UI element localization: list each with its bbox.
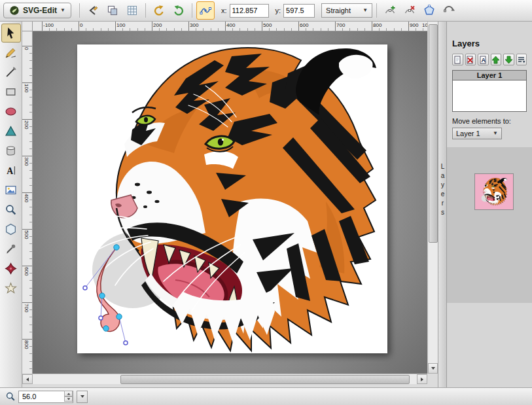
horizontal-scrollbar[interactable] — [22, 374, 427, 384]
tool-image[interactable] — [1, 181, 21, 200]
scroll-right-button[interactable] — [417, 374, 427, 384]
shape-library-icon — [5, 262, 17, 275]
ruler-number: 400 — [226, 22, 235, 28]
tool-cylinder[interactable] — [1, 141, 21, 160]
left-ruler: 0 100 200 300 400 500 600 700 800 — [22, 31, 33, 374]
connector-button[interactable] — [84, 1, 102, 20]
tool-ellipse[interactable] — [1, 102, 21, 121]
ruler-number: 800 — [24, 340, 29, 349]
image-icon — [5, 184, 17, 196]
move-layer-down-button[interactable] — [503, 54, 514, 65]
select-caret-icon: ▼ — [493, 131, 498, 136]
tool-pencil[interactable] — [1, 43, 21, 62]
selection-thumbnail[interactable] — [474, 173, 514, 210]
y-coordinate-input[interactable] — [283, 4, 315, 18]
move-layer-select[interactable]: Layer 1 ▼ — [452, 128, 502, 139]
reorient-path-icon — [443, 5, 455, 16]
x-coordinate-input[interactable] — [230, 4, 269, 18]
delete-layer-icon — [466, 56, 474, 64]
rectangle-icon — [5, 86, 17, 98]
svg-edit-logo-label: SVG-Edit — [23, 6, 57, 15]
svg-text:A: A — [481, 57, 486, 63]
top-ruler: -100 0 100 200 300 400 500 600 700 800 9… — [33, 22, 427, 31]
ruler-number: 300 — [190, 22, 198, 28]
redo-button[interactable] — [169, 1, 188, 20]
ruler-number: 700 — [336, 22, 345, 28]
top-toolbar: SVG-Edit ▼ x: y: Straight ▼ — [0, 0, 532, 22]
toolbar-separator — [145, 3, 146, 18]
tool-path[interactable] — [1, 122, 21, 141]
ruler-number: 500 — [24, 230, 29, 239]
merge-layer-icon — [517, 56, 525, 64]
tool-text[interactable]: A — [1, 161, 21, 180]
zoom-loupe-icon — [5, 391, 16, 402]
wireframe-button[interactable] — [103, 1, 122, 20]
ruler-number: -100 — [43, 22, 54, 28]
select-caret-icon: ▼ — [363, 8, 368, 13]
grid-toggle-button[interactable] — [123, 1, 141, 20]
cylinder-icon — [5, 145, 17, 157]
merge-layer-button[interactable] — [516, 54, 527, 65]
delete-node-button[interactable] — [400, 1, 419, 20]
grid-icon — [126, 5, 138, 16]
zoom-spinner — [64, 391, 73, 402]
ruler-number: 500 — [263, 22, 272, 28]
redo-icon — [173, 5, 185, 16]
zoom-spinner-down[interactable] — [64, 396, 73, 402]
layer-row-selected[interactable]: Layer 1 — [453, 71, 526, 80]
tool-polygon[interactable] — [1, 220, 21, 239]
ruler-number: 0 — [24, 47, 29, 50]
y-coordinate-label: y: — [275, 7, 281, 14]
tool-eyedropper[interactable] — [1, 239, 21, 258]
connector-icon — [87, 5, 99, 16]
vertical-scrollbar[interactable] — [427, 22, 438, 374]
zoom-dropdown-button[interactable] — [77, 391, 88, 403]
ruler-number: 200 — [153, 22, 162, 28]
tool-line[interactable] — [1, 63, 21, 82]
tool-star[interactable] — [1, 279, 21, 298]
add-node-icon — [384, 5, 396, 16]
add-node-button[interactable] — [381, 1, 399, 20]
canvas-workspace[interactable] — [33, 31, 427, 374]
toolbar-separator — [376, 3, 377, 18]
tool-palette: A — [0, 22, 22, 387]
horizontal-scroll-thumb[interactable] — [120, 375, 410, 384]
ruler-number: 100 — [24, 84, 29, 92]
layers-panel-handle[interactable]: Layers — [438, 22, 447, 387]
delete-layer-button[interactable] — [465, 54, 476, 65]
zoom-control — [18, 390, 73, 403]
new-layer-button[interactable] — [452, 54, 463, 65]
down-arrow-icon — [67, 398, 70, 400]
tool-shape-library[interactable] — [1, 259, 21, 278]
svg-edit-menu-button[interactable]: SVG-Edit ▼ — [3, 3, 71, 18]
layer-list[interactable]: Layer 1 — [452, 70, 527, 112]
tool-rectangle[interactable] — [1, 82, 21, 101]
x-coordinate-label: x: — [221, 7, 227, 14]
zoom-icon — [5, 203, 17, 216]
layers-preview-area — [447, 147, 532, 303]
control-handle — [99, 316, 103, 320]
move-layer-up-button[interactable] — [491, 54, 502, 65]
link-control-points-toggle[interactable] — [196, 1, 215, 20]
control-handle — [83, 286, 87, 290]
ruler-number: 200 — [24, 120, 29, 129]
new-layer-icon — [453, 56, 462, 64]
rename-layer-button[interactable]: A — [478, 54, 489, 65]
zoom-spinner-up[interactable] — [64, 391, 73, 396]
open-path-button[interactable] — [420, 1, 438, 20]
undo-button[interactable] — [150, 1, 168, 20]
scroll-left-button[interactable] — [22, 374, 33, 384]
segment-type-select[interactable]: Straight ▼ — [321, 3, 372, 18]
open-path-icon — [423, 5, 435, 16]
path-node — [103, 326, 109, 331]
svg-canvas[interactable] — [77, 44, 387, 353]
tool-zoom[interactable] — [1, 200, 21, 219]
reorient-path-button[interactable] — [440, 1, 458, 20]
left-arrow-icon — [26, 378, 29, 381]
control-handle — [124, 341, 128, 345]
scroll-down-button[interactable] — [428, 363, 438, 374]
vertical-scroll-thumb[interactable] — [429, 24, 438, 243]
ruler-number: 0 — [80, 22, 82, 28]
ruler-number: 800 — [373, 22, 381, 28]
tool-select[interactable] — [1, 24, 21, 43]
